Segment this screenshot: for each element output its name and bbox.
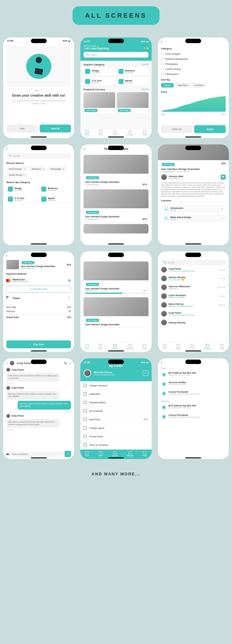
bell-icon[interactable]: 🔔 — [143, 47, 146, 49]
nav-message[interactable]: Message — [127, 344, 133, 350]
nav-message[interactable]: Message — [127, 451, 133, 456]
notification-item[interactable]: Course PurchasedYou bought a online cour… — [158, 389, 229, 398]
course-card[interactable]: UI/UX Design User Interface Design Essen… — [84, 261, 148, 295]
payment-paypal[interactable]: P Paypal — [3, 294, 74, 302]
clear-button[interactable]: Clear All — [161, 125, 193, 133]
notification-item[interactable]: B7YTUN9 for flat 20% OFFGet flat 20% OFF… — [158, 403, 229, 412]
nav-saved[interactable]: Saved — [176, 344, 180, 350]
back-button[interactable]: ‹ — [6, 254, 7, 257]
nav-profile[interactable]: Profile — [142, 130, 147, 136]
call-icon[interactable]: 📞 — [64, 362, 67, 364]
filter-option[interactable]: Development — [158, 71, 229, 76]
menu-icon[interactable]: ≡ — [70, 362, 71, 364]
profile-privacy[interactable]: Privacy Policy› — [80, 432, 151, 441]
notification-item[interactable]: B7YTUN9 for flat 20% OFFGet flat 20% OFF… — [158, 370, 229, 379]
search-input[interactable]: 🔍 Search — [6, 153, 71, 159]
profile-darkmode[interactable]: Dark Mode — [80, 415, 151, 424]
filter-option[interactable]: UI/UX Designer — [158, 51, 229, 56]
nav-message[interactable]: Message — [204, 344, 211, 350]
nav-home[interactable]: Home — [85, 451, 89, 456]
back-button[interactable]: ‹ — [6, 361, 7, 365]
filter-icon[interactable]: ⚙ — [147, 47, 148, 49]
nav-courses[interactable]: Courses — [112, 344, 118, 350]
back-button[interactable]: ‹ — [161, 40, 162, 43]
search-chip[interactable]: Wordpress✕ — [29, 166, 46, 171]
course-card[interactable]: UI/UX Design User Interface Design Essen… — [84, 189, 148, 222]
nav-saved[interactable]: Saved — [98, 130, 103, 136]
search-chip[interactable]: UI/UX Designer✕ — [6, 166, 27, 171]
see-all-link[interactable]: See All — [142, 63, 148, 66]
nav-home[interactable]: Home — [162, 344, 166, 350]
message-item[interactable]: Kathryn MurphyAre you buddy?😊2 min ago — [158, 274, 229, 283]
course-card[interactable]: UI/UX Design User Interface Design Essen… — [84, 297, 148, 327]
nav-profile[interactable]: Profile — [142, 451, 147, 456]
nav-message[interactable]: Message — [127, 130, 133, 136]
pagination-dots[interactable] — [5, 90, 72, 91]
nav-courses[interactable]: Courses — [189, 344, 195, 350]
course-card[interactable]: UI/UX Design User Interface Design Essen… — [84, 155, 148, 188]
lesson-item[interactable]: ▶Introduction15 mins› — [161, 205, 226, 213]
profile-terms[interactable]: Terms & Conditions› — [80, 441, 151, 449]
filter-option[interactable]: Business Management — [158, 56, 229, 61]
apply-button[interactable]: Apply — [194, 125, 226, 133]
message-item[interactable]: Kathryn Murphy — [158, 318, 229, 327]
sort-low[interactable]: Low Price — [191, 83, 206, 87]
add-card-button[interactable]: ✕ Add New Card — [6, 286, 71, 293]
nav-saved[interactable]: Saved — [98, 451, 103, 456]
profile-payment[interactable]: Payment Method› — [80, 398, 151, 407]
notification-item[interactable]: Account VerifiedYour Account has verifie… — [158, 379, 229, 389]
next-button[interactable]: Next ⊕ — [40, 125, 71, 132]
see-all-link[interactable]: See All — [142, 88, 148, 91]
lesson-item[interactable]: ▶Basic About Design45 mins› — [161, 214, 226, 222]
filter-option[interactable]: Photography — [158, 61, 229, 66]
profile-certificate[interactable]: My Certificate› — [80, 407, 151, 415]
category-market[interactable]: Market10 Courses — [117, 77, 148, 86]
filter-option[interactable]: Content Writing — [158, 66, 229, 71]
course-card[interactable]: UI/UX Design — [117, 92, 148, 113]
price-histogram[interactable] — [161, 96, 226, 112]
search-chip[interactable]: Photography✕ — [48, 166, 67, 171]
message-author-button[interactable]: 💬 — [221, 175, 226, 180]
pay-button[interactable]: Pay Now — [6, 340, 71, 348]
message-item[interactable]: Cody FisherI am start my assignment toda… — [158, 265, 229, 274]
nav-home[interactable]: Home — [85, 344, 89, 350]
message-item[interactable]: Leslie AlexanderShare your locationYeste… — [158, 292, 229, 300]
course-card[interactable] — [84, 224, 148, 233]
category-market[interactable]: Market10 Courses — [40, 195, 71, 203]
category-it[interactable]: IT & Tech40 Courses — [6, 195, 38, 203]
chat-input[interactable] — [10, 451, 63, 457]
nav-profile[interactable]: Profile — [142, 344, 147, 350]
nav-courses[interactable]: Courses — [112, 130, 118, 136]
back-button[interactable]: ‹ — [161, 361, 162, 364]
send-button[interactable]: ➤ — [65, 451, 71, 457]
camera-icon[interactable]: 📷 — [6, 453, 9, 455]
message-item[interactable]: Marvin McCoyWanna go outside someday?4 d… — [158, 300, 229, 309]
nav-courses[interactable]: Courses — [112, 451, 118, 456]
search-chip[interactable]: Content Writing✕ — [6, 172, 27, 177]
category-it[interactable]: IT & Tech40 Courses — [84, 77, 115, 86]
profile-notification[interactable]: Notification› — [80, 390, 151, 398]
category-design[interactable]: Design16 Courses — [6, 185, 38, 193]
back-button[interactable]: ‹ — [84, 147, 84, 150]
message-item[interactable]: Cameron WilliamsonOkay, got it.3 hours a… — [158, 283, 229, 292]
sort-popular[interactable]: Popular — [161, 83, 174, 87]
nav-profile[interactable]: Profile — [220, 344, 224, 350]
skip-button[interactable]: Skip — [6, 125, 38, 132]
nav-home[interactable]: Home — [85, 130, 89, 136]
back-button[interactable]: ‹ — [6, 147, 7, 150]
notification-item[interactable]: Course PurchasedYou bought a online cour… — [158, 412, 229, 422]
profile-password[interactable]: Change Password› — [80, 381, 151, 390]
search-input[interactable]: 🔍 Search — [84, 52, 148, 58]
category-business[interactable]: Business25 Courses — [117, 67, 148, 76]
profile-layout[interactable]: Change Layout› — [80, 424, 151, 432]
payment-mastercard[interactable]: MasterCard5689 4700 2589 9658 — [3, 277, 74, 284]
edit-profile-button[interactable]: ✎ — [143, 370, 148, 376]
nav-saved[interactable]: Saved — [98, 344, 103, 350]
category-business[interactable]: Business25 Courses — [40, 185, 71, 193]
message-item[interactable]: Cody FisherI am start my assignment toda… — [158, 309, 229, 318]
category-design[interactable]: Design16 Courses — [84, 67, 115, 76]
sort-high[interactable]: High Price — [175, 83, 190, 87]
course-card[interactable]: UI/UX Design — [84, 92, 115, 113]
toggle[interactable] — [143, 418, 148, 421]
search-input[interactable]: 🔍 Search — [161, 260, 226, 265]
